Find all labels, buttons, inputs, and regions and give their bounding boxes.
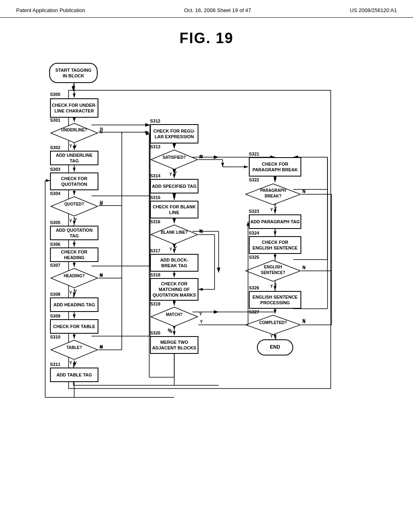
s306-label: S306 — [50, 242, 60, 247]
header-right: US 2008/256120 A1 — [350, 7, 397, 13]
svg-text:QUOTED?: QUOTED? — [65, 202, 84, 206]
s325-diamond: ENGLISH SENTENCE? — [245, 260, 301, 282]
diagram-container: START TAGGING IN BLOCK S300 CHECK FOR UN… — [25, 55, 388, 498]
s304-diamond: QUOTED? — [50, 196, 98, 217]
s325-y-label: Y — [274, 283, 277, 287]
s317-label: S317 — [150, 248, 161, 253]
s303-label: S303 — [50, 167, 60, 172]
page-header: Patent Application Publication Oct. 16, … — [0, 0, 413, 18]
diagram-title: FIG. 19 — [0, 30, 413, 47]
s322-n-label: N — [302, 189, 305, 194]
s310-n-label: N — [100, 345, 102, 349]
svg-text:PARAGRAPH: PARAGRAPH — [260, 188, 286, 193]
s307-diamond: HEADING? — [50, 268, 98, 289]
s308-box: ADD HEADING TAG — [50, 297, 98, 312]
svg-marker-57 — [51, 268, 98, 288]
svg-text:Y: Y — [270, 284, 273, 289]
s304-label: S304 — [50, 191, 60, 196]
svg-text:Y: Y — [270, 208, 273, 212]
s323-box: ADD PARAGRAPH TAG — [249, 214, 301, 229]
s319-diamond: MATCH? — [150, 306, 198, 327]
s320-box: MERGE TWO ADJACENT BLOCKS — [150, 336, 198, 354]
s313-n-label: N — [199, 155, 202, 159]
svg-text:Y: Y — [69, 291, 72, 295]
s307-y-label: Y — [74, 289, 77, 294]
svg-text:BREAK?: BREAK? — [265, 194, 282, 198]
s327-diamond: COMPLETED? — [245, 314, 301, 335]
s324-label: S324 — [249, 231, 259, 235]
s326-label: S326 — [249, 285, 259, 290]
header-center: Oct. 16, 2008 Sheet 19 of 47 — [184, 7, 251, 13]
s316-y-label: Y — [174, 246, 177, 250]
svg-marker-63 — [151, 225, 198, 244]
start-node: START TAGGING IN BLOCK — [49, 63, 98, 83]
svg-marker-59 — [51, 340, 98, 360]
svg-marker-65 — [151, 307, 198, 326]
s323-label: S323 — [249, 209, 259, 214]
s320-label: S320 — [150, 330, 161, 335]
header-left: Patent Application Publication — [16, 7, 85, 13]
s310-label: S310 — [50, 335, 60, 339]
s314-label: S314 — [150, 173, 161, 178]
svg-text:SATISFIED?: SATISFIED? — [163, 155, 186, 160]
s302-label: S302 — [50, 145, 60, 150]
s309-label: S309 — [50, 314, 60, 318]
s309-box: CHECK FOR TABLE — [50, 319, 98, 334]
s316-n-label: N — [199, 229, 202, 233]
s301-label: S301 — [50, 118, 60, 123]
s316-label: S316 — [150, 219, 161, 224]
s325-n-label: N — [302, 265, 305, 270]
svg-text:ENGLISH: ENGLISH — [264, 265, 282, 269]
svg-text:COMPLETED?: COMPLETED? — [259, 320, 287, 325]
svg-text:HEADING?: HEADING? — [64, 274, 85, 278]
s300-label: S300 — [50, 92, 60, 97]
svg-marker-53 — [51, 123, 98, 143]
s310-y-label: Y — [74, 361, 77, 366]
s310-diamond: TABLE? — [50, 339, 98, 360]
s303-box: CHECK FOR QUOTATION — [50, 172, 98, 190]
svg-text:Y: Y — [69, 361, 72, 365]
s321-label: S321 — [249, 152, 259, 156]
s317-box: ADD BLOCK- BREAK TAG — [150, 254, 198, 272]
s301-diamond: UNDERLINE? — [50, 123, 98, 143]
s316-diamond: BLANK LINE? — [150, 224, 198, 245]
s322-label: S322 — [249, 177, 259, 182]
svg-text:Y: Y — [200, 320, 203, 324]
s306-box: CHECK FOR HEADING — [50, 247, 98, 262]
s319-y-label: Y — [199, 312, 202, 316]
s313-y-label: Y — [174, 171, 177, 175]
s326-box: ENGLISH SENTENCE PROCESSING — [249, 291, 301, 309]
s308-label: S308 — [50, 292, 60, 297]
end-node: END — [257, 339, 293, 355]
svg-text:TABLE?: TABLE? — [67, 345, 82, 350]
s322-diamond: PARAGRAPH BREAK? — [245, 183, 301, 206]
svg-text:Y: Y — [169, 247, 172, 251]
s312-box: CHECK FOR REGU- LAR EXPRESSION — [150, 124, 198, 143]
s300-box: CHECK FOR UNDER- LINE CHARACTER — [50, 98, 98, 118]
s311-box: ADD TABLE TAG — [50, 368, 98, 382]
svg-text:MATCH?: MATCH? — [166, 312, 182, 317]
s302-box: ADD UNDERLINE TAG — [50, 151, 98, 165]
svg-text:UNDERLINE?: UNDERLINE? — [61, 128, 87, 132]
s315-box: CHECK FOR BLANK LINE — [150, 201, 198, 218]
s315-label: S315 — [150, 195, 161, 200]
s313-diamond: SATISFIED? — [150, 149, 198, 170]
svg-marker-73 — [246, 315, 300, 335]
s325-label: S325 — [249, 255, 259, 260]
s327-n-label: N — [302, 318, 305, 323]
svg-text:Y: Y — [69, 219, 72, 223]
s307-n-label: N — [100, 273, 102, 278]
s313-label: S313 — [150, 144, 161, 149]
svg-text:Y: Y — [69, 144, 72, 148]
s319-n-label: N — [168, 328, 171, 332]
s304-y-label: Y — [74, 218, 77, 222]
svg-text:Y: Y — [169, 172, 172, 177]
svg-text:BLANK LINE?: BLANK LINE? — [161, 230, 188, 235]
s314-box: ADD SPECIFIED TAG — [150, 179, 198, 193]
s312-label: S312 — [150, 118, 161, 123]
s318-label: S318 — [150, 272, 161, 277]
svg-text:SENTENCE?: SENTENCE? — [261, 270, 286, 275]
svg-marker-61 — [151, 150, 198, 169]
s318-box: CHECK FOR MATCHING OF QUOTATION MARKS — [150, 278, 198, 301]
s305-box: ADD QUOTATION TAG — [50, 226, 98, 240]
